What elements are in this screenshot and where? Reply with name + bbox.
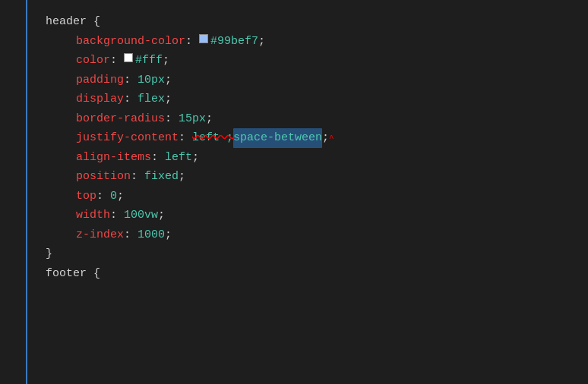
editor-gutter — [0, 0, 27, 384]
code-line: width : 100vw ; — [46, 206, 588, 225]
semicolon: ; — [179, 167, 185, 187]
code-line: top : 0 ; — [46, 187, 588, 206]
error-caret: ^ — [329, 131, 334, 146]
css-value: fixed — [144, 167, 179, 187]
css-value: 15px — [179, 109, 206, 129]
semicolon: ; — [117, 187, 124, 206]
css-property: padding — [76, 71, 124, 90]
code-line: align-items : left ; — [46, 148, 588, 168]
color-swatch-blue — [199, 34, 208, 43]
colon: : — [185, 32, 199, 52]
css-property: z-index — [76, 225, 124, 245]
code-line: position : fixed ; — [46, 167, 588, 187]
code-line: background-color : #99bef7 ; — [46, 32, 588, 52]
css-property: top — [76, 187, 96, 206]
colon: : — [179, 128, 192, 148]
code-line: border-radius : 15px ; — [46, 109, 588, 129]
css-selector: header — [46, 12, 87, 32]
colon: : — [96, 187, 110, 206]
css-value: #fff — [135, 51, 163, 71]
code-line: padding : 10px ; — [46, 71, 588, 90]
colon: : — [124, 90, 138, 109]
css-value: left — [165, 148, 192, 168]
code-line: } — [46, 244, 588, 264]
semicolon: ; — [158, 206, 165, 225]
colon: : — [110, 51, 124, 71]
code-line: display : flex ; — [46, 90, 588, 109]
semicolon: ; — [165, 71, 172, 90]
semicolon: ; — [258, 32, 265, 52]
semicolon: ; — [206, 109, 213, 129]
colon: : — [124, 71, 138, 90]
code-line: footer { — [46, 264, 588, 284]
colon: : — [110, 206, 124, 225]
css-property: border-radius — [76, 109, 165, 129]
semicolon: ; — [163, 51, 169, 71]
css-property: justify-content — [76, 128, 179, 148]
colon: : — [124, 225, 138, 245]
css-value: 0 — [110, 187, 117, 206]
editor-container: header { background-color : #99bef7 ; co… — [0, 0, 588, 384]
brace-close: } — [46, 244, 52, 264]
css-value-strikethrough: left ; — [192, 128, 233, 148]
colon: : — [131, 167, 144, 187]
css-property: width — [76, 206, 110, 225]
css-property: position — [76, 167, 131, 187]
css-property: align-items — [76, 148, 151, 168]
css-value-selected: space-between — [233, 128, 322, 148]
code-line-justify: justify-content : left ; space-between ;… — [46, 128, 588, 148]
css-selector: footer — [46, 264, 87, 284]
colon: : — [151, 148, 165, 168]
brace-open: { — [87, 12, 100, 32]
semicolon: ; — [192, 148, 199, 168]
css-value: #99bef7 — [210, 32, 258, 52]
css-property: color — [76, 51, 110, 71]
css-property: background-color — [76, 32, 185, 52]
css-value: 1000 — [138, 225, 165, 245]
code-line: z-index : 1000 ; — [46, 225, 588, 245]
brace-open: { — [87, 264, 100, 284]
css-value: flex — [138, 90, 165, 109]
semicolon: ; — [322, 128, 329, 148]
code-line: header { — [46, 12, 588, 32]
code-area[interactable]: header { background-color : #99bef7 ; co… — [27, 0, 588, 384]
color-swatch-white — [124, 53, 133, 62]
semicolon: ; — [165, 225, 172, 245]
css-value: 10px — [138, 71, 165, 90]
colon: : — [165, 109, 179, 129]
semicolon: ; — [165, 90, 172, 109]
css-value: 100vw — [124, 206, 158, 225]
code-line: color : #fff ; — [46, 51, 588, 71]
css-property: display — [76, 90, 124, 109]
